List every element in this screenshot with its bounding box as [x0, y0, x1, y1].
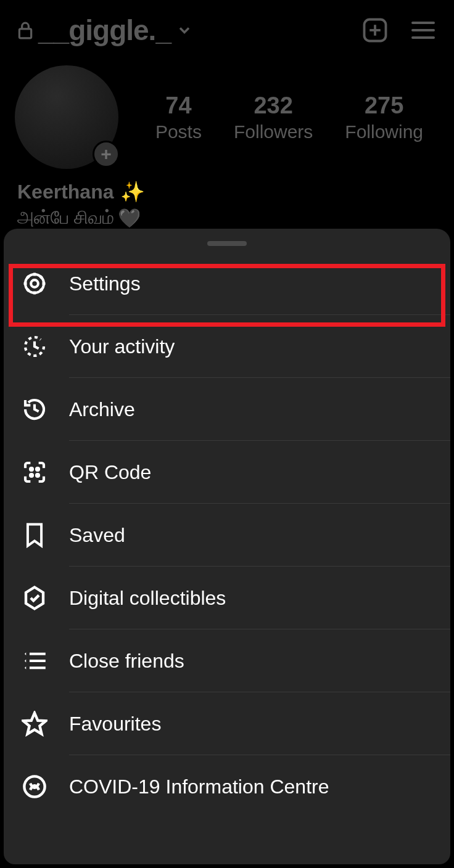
- followers-label: Followers: [234, 121, 313, 142]
- add-story-badge[interactable]: +: [93, 141, 120, 168]
- svg-line-13: [40, 276, 43, 279]
- qr-code-icon: [21, 459, 48, 486]
- sparkle-icon: ✨: [120, 180, 145, 203]
- menu-your-activity[interactable]: Your activity: [4, 315, 450, 378]
- svg-marker-24: [23, 713, 46, 734]
- topbar: __giggle._: [0, 0, 454, 53]
- svg-rect-0: [19, 29, 31, 38]
- profile-avatar[interactable]: +: [15, 65, 118, 169]
- display-name: Keerthana ✨: [17, 180, 454, 203]
- posts-label: Posts: [155, 121, 202, 142]
- svg-marker-19: [25, 660, 26, 663]
- menu-item-label: Archive: [69, 398, 135, 421]
- username-switcher[interactable]: __giggle._: [17, 14, 361, 47]
- bookmark-icon: [21, 522, 48, 549]
- svg-marker-20: [25, 666, 26, 669]
- heart-icon: 🖤: [118, 207, 141, 229]
- bio-text: அன்பே சிவம் 🖤: [17, 207, 454, 229]
- lock-icon: [17, 21, 33, 39]
- following-count: 275: [345, 92, 423, 119]
- gear-icon: [21, 270, 48, 297]
- following-label: Following: [345, 121, 423, 142]
- svg-point-14: [30, 468, 33, 470]
- create-button[interactable]: [361, 17, 389, 44]
- svg-point-15: [36, 468, 39, 470]
- menu-qr-code[interactable]: QR Code: [4, 441, 450, 504]
- menu-covid-info[interactable]: COVID-19 Information Centre: [4, 755, 450, 818]
- menu-archive[interactable]: Archive: [4, 378, 450, 441]
- posts-count: 74: [155, 92, 202, 119]
- svg-point-17: [36, 474, 39, 477]
- close-friends-icon: [21, 647, 48, 674]
- svg-point-5: [31, 280, 38, 287]
- menu-item-label: COVID-19 Information Centre: [69, 776, 329, 798]
- menu-digital-collectibles[interactable]: Digital collectibles: [4, 567, 450, 629]
- following-stat[interactable]: 275 Following: [345, 92, 423, 142]
- menu-close-friends[interactable]: Close friends: [4, 629, 450, 692]
- chevron-down-icon: [176, 22, 193, 39]
- menu-item-label: Saved: [69, 524, 125, 547]
- covid-info-icon: [21, 773, 48, 800]
- archive-icon: [21, 396, 48, 423]
- menu-favourites[interactable]: Favourites: [4, 692, 450, 755]
- svg-point-16: [30, 474, 33, 477]
- menu-item-label: Settings: [69, 272, 141, 295]
- hexagon-check-icon: [21, 584, 48, 612]
- username-text: __giggle._: [38, 14, 171, 47]
- menu-settings[interactable]: Settings: [4, 252, 450, 315]
- menu-saved[interactable]: Saved: [4, 504, 450, 567]
- svg-line-11: [40, 289, 43, 292]
- followers-count: 232: [234, 92, 313, 119]
- activity-icon: [21, 333, 48, 360]
- followers-stat[interactable]: 232 Followers: [234, 92, 313, 142]
- plus-square-icon: [362, 17, 388, 43]
- sheet-grabber[interactable]: [207, 241, 247, 246]
- menu-item-label: Digital collectibles: [69, 587, 226, 610]
- menu-item-label: Favourites: [69, 713, 161, 735]
- menu-item-label: Your activity: [69, 335, 175, 358]
- svg-line-10: [27, 276, 29, 279]
- posts-stat[interactable]: 74 Posts: [155, 92, 202, 142]
- star-icon: [21, 710, 48, 737]
- menu-button[interactable]: [410, 17, 437, 44]
- menu-bottom-sheet: Settings Your activity Archive: [4, 229, 450, 864]
- menu-item-label: Close friends: [69, 650, 184, 673]
- svg-marker-18: [25, 652, 26, 655]
- menu-item-label: QR Code: [69, 461, 151, 484]
- svg-line-12: [27, 289, 29, 292]
